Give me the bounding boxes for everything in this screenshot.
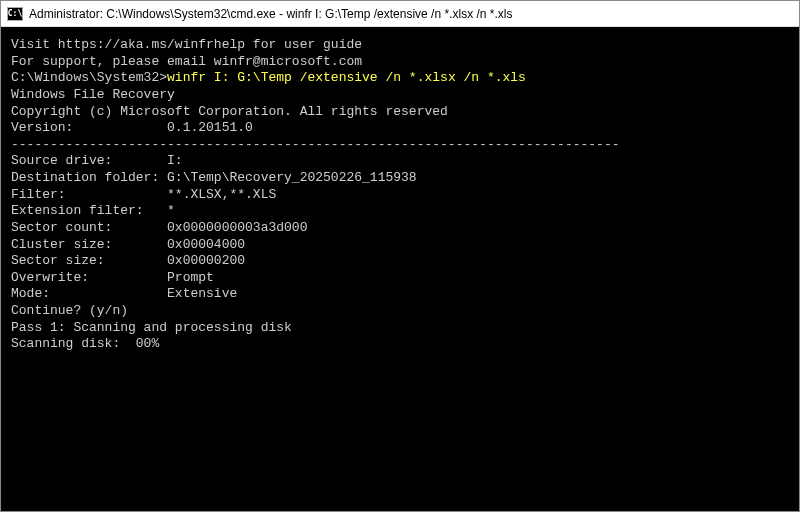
- prompt-line: C:\Windows\System32>winfr I: G:\Temp /ex…: [11, 70, 789, 87]
- mode-line: Mode: Extensive: [11, 286, 789, 303]
- source-drive-line: Source drive: I:: [11, 153, 789, 170]
- pass1-line: Pass 1: Scanning and processing disk: [11, 320, 789, 337]
- cmd-window: C:\ Administrator: C:\Windows\System32\c…: [0, 0, 800, 512]
- sector-size-line: Sector size: 0x00000200: [11, 253, 789, 270]
- cluster-size-line: Cluster size: 0x00004000: [11, 237, 789, 254]
- prompt-prefix: C:\Windows\System32>: [11, 70, 167, 85]
- continue-prompt-line: Continue? (y/n): [11, 303, 789, 320]
- terminal-output: Visit https://aka.ms/winfrhelp for user …: [11, 37, 789, 353]
- overwrite-line: Overwrite: Prompt: [11, 270, 789, 287]
- titlebar[interactable]: C:\ Administrator: C:\Windows\System32\c…: [1, 1, 799, 27]
- command-text: winfr I: G:\Temp /extensive /n *.xlsx /n…: [167, 70, 526, 85]
- filter-line: Filter: **.XLSX,**.XLS: [11, 187, 789, 204]
- destination-folder-line: Destination folder: G:\Temp\Recovery_202…: [11, 170, 789, 187]
- app-name-line: Windows File Recovery: [11, 87, 789, 104]
- separator-line: ----------------------------------------…: [11, 137, 789, 154]
- guide-line-2: For support, please email winfr@microsof…: [11, 54, 789, 71]
- terminal-area[interactable]: Visit https://aka.ms/winfrhelp for user …: [1, 27, 799, 511]
- window-title: Administrator: C:\Windows\System32\cmd.e…: [29, 7, 512, 21]
- extension-filter-line: Extension filter: *: [11, 203, 789, 220]
- version-line: Version: 0.1.20151.0: [11, 120, 789, 137]
- copyright-line: Copyright (c) Microsoft Corporation. All…: [11, 104, 789, 121]
- guide-line-1: Visit https://aka.ms/winfrhelp for user …: [11, 37, 789, 54]
- cmd-icon: C:\: [7, 7, 23, 21]
- scanning-line: Scanning disk: 00%: [11, 336, 789, 353]
- sector-count-line: Sector count: 0x0000000003a3d000: [11, 220, 789, 237]
